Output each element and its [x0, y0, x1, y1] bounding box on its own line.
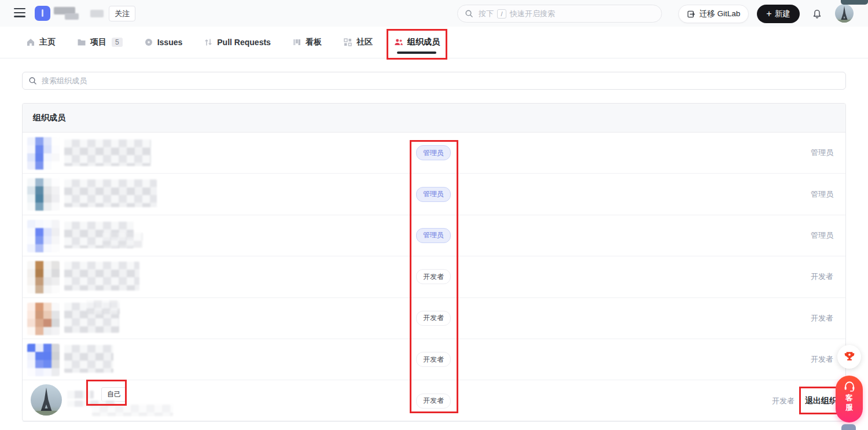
hamburger-menu-icon[interactable] — [14, 8, 25, 17]
notification-bell-icon[interactable] — [811, 7, 823, 20]
blurred-org-name — [65, 13, 79, 20]
member-search-box — [22, 72, 846, 90]
role-badge: 开发者 — [416, 394, 451, 409]
folder-icon — [77, 38, 86, 47]
role-badge: 开发者 — [416, 311, 451, 326]
member-row: 开发者 开发者 — [23, 339, 845, 380]
blurred-member-name — [64, 345, 113, 373]
role-badge: 开发者 — [416, 269, 451, 284]
tab-community[interactable]: 社区 — [343, 27, 373, 58]
role-badge: 管理员 — [416, 145, 451, 160]
self-badge: 自己 — [101, 387, 127, 402]
blurred-member-meta — [102, 233, 143, 248]
follow-button[interactable]: 关注 — [109, 6, 135, 21]
role-badge: 管理员 — [416, 228, 451, 243]
issue-icon — [144, 38, 153, 47]
tab-org-members[interactable]: 组织成员 — [394, 27, 440, 58]
user-avatar[interactable] — [835, 4, 854, 23]
blurred-avatar — [27, 137, 60, 170]
import-icon — [687, 10, 696, 19]
role-badge: 管理员 — [416, 187, 451, 202]
role-select[interactable]: 管理员 — [811, 189, 833, 200]
eiffel-tower-avatar-image — [31, 384, 62, 416]
blurred-avatar — [27, 303, 60, 335]
tab-home[interactable]: 主页 — [26, 27, 56, 58]
leave-org-button[interactable]: 退出组织 — [805, 396, 837, 406]
blurred-avatar — [27, 178, 60, 211]
new-button[interactable]: + 新建 — [757, 5, 800, 23]
eiffel-tower-avatar-image — [835, 4, 854, 23]
corner-chip — [841, 0, 868, 5]
blurred-avatar — [27, 261, 60, 293]
member-search-input[interactable] — [42, 76, 840, 85]
tab-board[interactable]: 看板 — [292, 27, 322, 58]
members-icon — [394, 38, 403, 47]
member-row-self: 自己 开发者 开发者 退出组织 — [23, 380, 845, 421]
blurred-member-name — [64, 262, 139, 291]
self-avatar[interactable] — [31, 384, 62, 416]
partial-fab-button[interactable] — [841, 424, 856, 430]
member-row: 开发者 开发者 — [23, 298, 845, 339]
search-icon — [28, 76, 37, 85]
trophy-fab-button[interactable] — [837, 345, 861, 369]
org-members-panel: 组织成员 管理员 管理员 管理员 管理员 管理员 管理员 开发者 开发者 开发者… — [22, 103, 846, 421]
role-select[interactable]: 开发者 — [811, 313, 833, 324]
global-search-placeholder: 按下 / 快速开启搜索 — [479, 9, 555, 19]
blurred-avatar — [27, 344, 60, 376]
home-icon — [26, 38, 35, 47]
role-badge: 开发者 — [416, 352, 451, 367]
member-row: 管理员 管理员 — [23, 174, 845, 215]
board-icon — [292, 38, 301, 47]
role-select[interactable]: 开发者 — [772, 396, 795, 406]
member-row: 管理员 管理员 — [23, 133, 845, 174]
blurred-member-meta — [86, 300, 120, 314]
blurred-member-meta — [92, 405, 173, 416]
community-icon — [343, 38, 352, 47]
tab-issues[interactable]: Issues — [144, 27, 183, 58]
migrate-gitlab-button[interactable]: 迁移 GitLab — [678, 5, 749, 23]
blurred-avatar — [27, 220, 60, 252]
tab-projects[interactable]: 项目 5 — [77, 27, 123, 58]
org-logo[interactable] — [35, 6, 50, 21]
pull-request-icon — [204, 38, 213, 47]
customer-service-label: 客服 — [845, 394, 854, 412]
blurred-member-name — [64, 179, 157, 207]
projects-count-badge: 5 — [112, 38, 123, 47]
org-nav-tabs: 主页 项目 5 Issues Pull Requests 看板 — [0, 27, 868, 58]
member-row: 开发者 开发者 — [23, 256, 845, 297]
role-select[interactable]: 管理员 — [811, 148, 833, 158]
global-search-input[interactable]: 按下 / 快速开启搜索 — [457, 5, 662, 23]
role-select[interactable]: 开发者 — [811, 354, 833, 365]
topbar: 关注 按下 / 快速开启搜索 迁移 GitLab + 新建 — [0, 0, 868, 27]
tab-pull-requests[interactable]: Pull Requests — [204, 27, 271, 58]
slash-keycap: / — [497, 9, 506, 19]
member-row: 管理员 管理员 — [23, 215, 845, 256]
plus-icon: + — [766, 9, 771, 19]
active-tab-underline — [397, 52, 436, 54]
blurred-org-meta — [90, 10, 104, 17]
panel-title: 组织成员 — [23, 104, 845, 133]
trophy-icon — [843, 351, 856, 363]
role-select[interactable]: 开发者 — [811, 271, 833, 282]
blurred-member-name — [64, 139, 151, 166]
blurred-member-name — [67, 391, 94, 399]
headset-icon — [843, 381, 856, 392]
customer-service-fab-button[interactable]: 客服 — [836, 376, 863, 422]
search-icon — [465, 9, 473, 18]
role-select[interactable]: 管理员 — [811, 230, 833, 241]
